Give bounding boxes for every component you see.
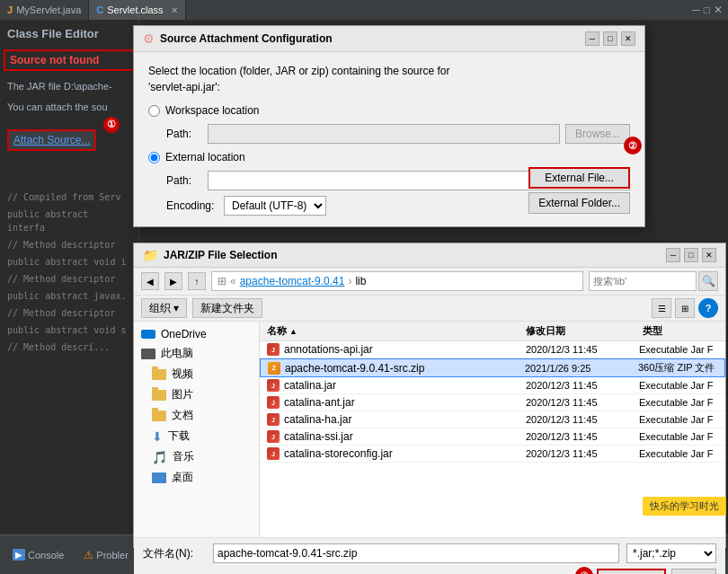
- tab-myservlet[interactable]: J MyServlet.java: [0, 0, 89, 20]
- file-date-catalina-ha: 2020/12/3 11:45: [519, 414, 635, 425]
- workspace-path-row: Path: Browse...: [148, 124, 630, 144]
- desktop-label: 桌面: [172, 470, 193, 485]
- pc-icon: [141, 349, 155, 359]
- jar-minimize-btn[interactable]: ─: [666, 248, 680, 262]
- open-button[interactable]: 打开(O): [597, 569, 666, 574]
- search-input[interactable]: [589, 271, 697, 291]
- attach-source-button[interactable]: Attach Source...: [13, 134, 90, 146]
- jar-maximize-btn[interactable]: □: [684, 248, 698, 262]
- tab-servlet-class[interactable]: C Servlet.class ✕: [89, 0, 185, 20]
- sidebar-music[interactable]: 🎵 音乐: [134, 446, 259, 467]
- file-row-catalina-ant[interactable]: J catalina-ant.jar 2020/12/3 11:45 Execu…: [260, 394, 725, 411]
- breadcrumb-part1[interactable]: apache-tomcat-9.0.41: [240, 275, 345, 287]
- source-attachment-dialog: ⚙ Source Attachment Configuration ─ □ ✕ …: [133, 25, 645, 227]
- file-row-catalina-ssi[interactable]: J catalina-ssi.jar 2020/12/3 11:45 Execu…: [260, 428, 725, 446]
- col-date: 修改日期: [519, 324, 635, 338]
- jar-titlebar: 📁 JAR/ZIP File Selection ─ □ ✕: [134, 243, 725, 268]
- console-label: Console: [28, 550, 64, 561]
- source-dialog-maximize[interactable]: □: [603, 31, 617, 46]
- view-list-button[interactable]: ☰: [652, 298, 671, 318]
- crumb-sep1: «: [230, 275, 236, 287]
- file-row-src-zip[interactable]: Z apache-tomcat-9.0.41-src.zip 2021/1/26…: [260, 358, 725, 377]
- problems-icon: ⚠: [84, 549, 93, 561]
- circle-2: ②: [624, 137, 642, 155]
- source-dialog-minimize[interactable]: ─: [585, 31, 599, 46]
- attach-source-box[interactable]: Attach Source...: [7, 129, 96, 151]
- tab-close-icon[interactable]: ✕: [171, 5, 178, 15]
- file-type-src-zip: 360压缩 ZIP 文件: [635, 361, 724, 375]
- file-list-header: 名称 ▲ 修改日期 类型: [260, 322, 725, 341]
- problems-tab[interactable]: ⚠ Probler: [78, 547, 133, 563]
- forward-button[interactable]: ▶: [164, 272, 182, 290]
- new-folder-button[interactable]: 新建文件夹: [192, 298, 262, 318]
- tab-label-servlet-class: Servlet.class: [107, 4, 163, 15]
- jar-icon-catalina-ha: J: [267, 413, 280, 426]
- col-type: 类型: [635, 324, 725, 338]
- workspace-path-input[interactable]: [208, 124, 560, 144]
- attach-source-container: Attach Source... ①: [4, 124, 100, 156]
- help-button[interactable]: ?: [698, 298, 718, 318]
- console-icon: ▶: [13, 549, 25, 561]
- organize-button[interactable]: 组织 ▾: [141, 298, 187, 318]
- code-line-4: public abstract void i: [0, 253, 138, 270]
- code-line-3: // Method descriptor: [0, 236, 138, 253]
- source-dialog-titlebar: ⚙ Source Attachment Configuration ─ □ ✕: [134, 26, 644, 52]
- sidebar-this-pc[interactable]: 此电脑: [134, 343, 259, 364]
- file-type-catalina-ant: Executable Jar F: [635, 397, 725, 408]
- back-button[interactable]: ◀: [141, 272, 159, 290]
- filetype-select[interactable]: *.jar;*.zip: [626, 543, 716, 563]
- search-button[interactable]: 🔍: [698, 271, 718, 291]
- file-row-annotations[interactable]: J annotations-api.jar 2020/12/3 11:45 Ex…: [260, 341, 725, 358]
- search-area: 🔍: [589, 271, 718, 291]
- sidebar-desktop[interactable]: 桌面: [134, 467, 259, 488]
- filename-input[interactable]: [213, 543, 619, 563]
- sidebar-downloads[interactable]: ⬇ 下载: [134, 426, 259, 446]
- sidebar-onedrive[interactable]: OneDrive: [134, 325, 259, 343]
- file-label-annotations: annotations-api.jar: [284, 343, 373, 356]
- source-dialog-desc1: Select the location (folder, JAR or zip)…: [148, 65, 450, 77]
- source-dialog-close[interactable]: ✕: [621, 31, 635, 46]
- file-date-annotations: 2020/12/3 11:45: [519, 344, 635, 355]
- file-row-catalina-ha[interactable]: J catalina-ha.jar 2020/12/3 11:45 Execut…: [260, 411, 725, 428]
- jar-close-btn[interactable]: ✕: [702, 248, 716, 262]
- file-name-catalina-ssi: J catalina-ssi.jar: [260, 430, 519, 443]
- sidebar-pictures[interactable]: 图片: [134, 384, 259, 405]
- sidebar-videos[interactable]: 视频: [134, 364, 259, 384]
- code-line-2: public abstract interfa: [0, 206, 138, 236]
- external-radio[interactable]: [148, 152, 160, 163]
- maximize-icon[interactable]: □: [704, 4, 710, 16]
- external-file-button[interactable]: External File...: [528, 167, 630, 189]
- jar-icon-catalina-sc: J: [267, 447, 280, 460]
- ext-path-label: Path:: [166, 174, 202, 187]
- source-not-found-box: Source not found: [4, 49, 135, 71]
- external-folder-button[interactable]: External Folder...: [528, 192, 630, 214]
- folder-pictures-icon: [152, 390, 166, 401]
- encoding-select[interactable]: Default (UTF-8): [224, 196, 326, 216]
- filename-row: 文件名(N): *.jar;*.zip: [143, 543, 716, 563]
- source-dialog-body: Select the location (folder, JAR or zip)…: [134, 52, 644, 226]
- file-row-catalina[interactable]: J catalina.jar 2020/12/3 11:45 Executabl…: [260, 377, 725, 394]
- file-type-annotations: Executable Jar F: [635, 344, 725, 355]
- close-icon[interactable]: ✕: [714, 4, 723, 16]
- workspace-radio[interactable]: [148, 105, 160, 117]
- file-row-catalina-sc[interactable]: J catalina-storeconfig.jar 2020/12/3 11:…: [260, 446, 725, 463]
- sidebar-documents[interactable]: 文档: [134, 405, 259, 426]
- console-tab[interactable]: ▶ Console: [7, 547, 69, 562]
- folder-videos-icon: [152, 369, 166, 380]
- file-date-catalina-ssi: 2020/12/3 11:45: [519, 431, 635, 442]
- workspace-path-label: Path:: [166, 128, 202, 140]
- file-name-annotations: J annotations-api.jar: [260, 343, 519, 356]
- minimize-icon[interactable]: ─: [692, 4, 700, 16]
- source-not-found-label: Source not found: [10, 54, 99, 66]
- jar-dialog: 📁 JAR/ZIP File Selection ─ □ ✕ ◀ ▶ ↑ ⊞ «…: [133, 243, 726, 548]
- up-button[interactable]: ↑: [188, 272, 206, 290]
- jar-dialog-title: JAR/ZIP File Selection: [164, 249, 277, 261]
- code-line-8: public abstract void s: [0, 322, 138, 339]
- cancel-button[interactable]: 取消: [671, 569, 716, 574]
- downloads-label: 下载: [168, 428, 190, 444]
- view-grid-button[interactable]: ⊞: [675, 298, 695, 318]
- problems-label: Probler: [96, 550, 128, 561]
- browse-button[interactable]: Browse...: [565, 124, 630, 144]
- filename-label: 文件名(N):: [143, 546, 206, 561]
- file-type-catalina-sc: Executable Jar F: [635, 448, 725, 459]
